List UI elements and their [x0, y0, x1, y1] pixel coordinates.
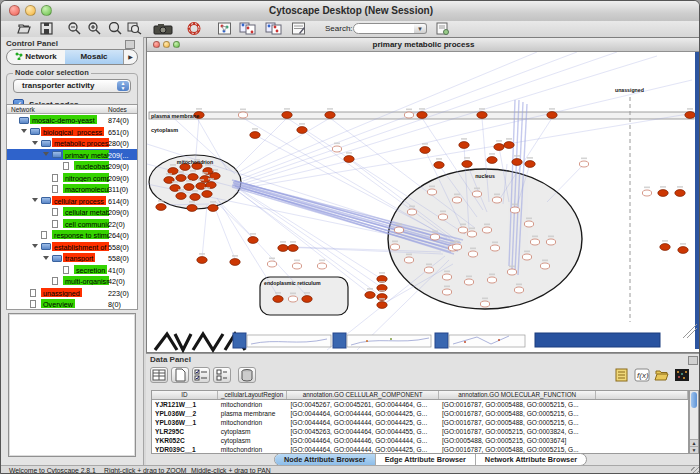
zoom-fit-icon[interactable]	[107, 22, 122, 35]
node[interactable]	[477, 112, 487, 119]
zoom-selected-icon[interactable]	[127, 22, 142, 35]
node[interactable]	[424, 267, 433, 273]
node[interactable]	[390, 244, 399, 250]
new-attribute-button[interactable]	[171, 367, 189, 383]
node[interactable]	[273, 296, 283, 303]
node[interactable]	[494, 144, 504, 151]
tab-network-attribute-browser[interactable]: Network Attribute Browser	[476, 454, 586, 465]
edit-form-icon[interactable]	[291, 22, 306, 35]
node[interactable]	[427, 189, 436, 195]
tree-expander-icon[interactable]	[32, 198, 38, 202]
unselect-all-attributes-button[interactable]	[213, 367, 231, 383]
node[interactable]	[514, 287, 523, 293]
view-zoom-icon[interactable]	[173, 41, 180, 48]
tree-expander-icon[interactable]	[21, 129, 27, 133]
node[interactable]	[317, 263, 326, 269]
help-icon[interactable]	[187, 22, 202, 35]
node[interactable]	[420, 147, 430, 154]
node[interactable]	[579, 161, 588, 167]
node[interactable]	[190, 194, 200, 201]
float-panel-icon[interactable]	[125, 40, 135, 49]
column-header[interactable]: annotation.GO MOLECULAR_FUNCTION	[439, 391, 596, 399]
node[interactable]	[540, 263, 549, 269]
network-canvas[interactable]: plasma membrane cytoplasm mitochondrion …	[147, 52, 700, 354]
node[interactable]	[394, 227, 403, 233]
search-input[interactable]	[353, 23, 415, 34]
select-attributes-button[interactable]	[150, 367, 168, 383]
node[interactable]	[278, 245, 288, 252]
node[interactable]	[482, 227, 491, 233]
node[interactable]	[404, 257, 413, 263]
node[interactable]	[184, 184, 194, 191]
node[interactable]	[267, 261, 276, 267]
node[interactable]	[468, 251, 477, 257]
tree-row[interactable]: secretion41(0)	[7, 264, 137, 276]
scrollbar-thumb[interactable]	[691, 392, 697, 408]
view-minimize-icon[interactable]	[163, 41, 170, 48]
birds-eye-view[interactable]	[8, 313, 136, 457]
tree-row[interactable]: response to stimulu264(0)	[7, 229, 137, 241]
tab-mosaic[interactable]: Mosaic	[65, 50, 123, 64]
column-header[interactable]: ID	[152, 391, 218, 399]
node[interactable]	[297, 127, 307, 134]
tree-expander-icon[interactable]	[43, 152, 49, 156]
node[interactable]	[282, 112, 292, 119]
tab-edge-attribute-browser[interactable]: Edge Attribute Browser	[376, 454, 476, 465]
node[interactable]	[675, 190, 685, 197]
node[interactable]	[452, 244, 461, 250]
annotate-icon[interactable]	[435, 22, 450, 35]
node[interactable]	[288, 296, 297, 302]
node[interactable]	[417, 112, 427, 119]
view-close-icon[interactable]	[153, 41, 160, 48]
column-header[interactable]: annotation.GO CELLULAR_COMPONENT	[287, 391, 438, 399]
attribute-table-header[interactable]: ID_cellularLayoutRegionannotation.GO CEL…	[152, 391, 688, 400]
table-row[interactable]: YPL036W__2plasma membrane[GO:0044464, GO…	[152, 409, 688, 418]
network-overlay-a-icon[interactable]	[239, 22, 257, 35]
tab-scroll-right-icon[interactable]: ▶	[123, 50, 137, 64]
node[interactable]	[438, 214, 447, 220]
tree-row[interactable]: metabolic process280(0)	[7, 137, 137, 149]
tree-expander-icon[interactable]	[43, 256, 49, 260]
table-scrollbar[interactable]: ▲ ▼	[689, 390, 699, 454]
node[interactable]	[660, 244, 670, 251]
edge[interactable]	[547, 164, 584, 202]
node[interactable]	[434, 162, 444, 169]
tree-row[interactable]: nucleobase-209(0)	[7, 160, 137, 172]
tree-row[interactable]: primary metabo209(...	[7, 149, 137, 161]
tree-row[interactable]: Overview8(0)	[7, 298, 137, 310]
node-color-dropdown[interactable]: transporter activity ▲▼	[13, 79, 131, 93]
tree-row[interactable]: biological_process651(0)	[7, 126, 137, 138]
node[interactable]	[685, 112, 695, 119]
tree-row[interactable]: nitrogen compo209(0)	[7, 172, 137, 184]
zoom-window-icon[interactable]	[41, 5, 52, 16]
node[interactable]	[156, 204, 166, 211]
open-folder-icon[interactable]	[17, 22, 32, 35]
node[interactable]	[250, 132, 260, 139]
tree-row[interactable]: multi-organism pro42(0)	[7, 275, 137, 287]
node[interactable]	[530, 239, 539, 245]
node[interactable]	[187, 205, 197, 212]
tab-network[interactable]: Network	[7, 50, 65, 64]
node[interactable]	[458, 227, 467, 233]
minimize-window-icon[interactable]	[25, 5, 36, 16]
zoom-in-icon[interactable]	[87, 22, 102, 35]
delete-attribute-button[interactable]	[238, 367, 256, 383]
edge[interactable]	[215, 201, 253, 238]
node[interactable]	[504, 142, 514, 149]
node[interactable]	[202, 191, 212, 198]
column-header[interactable]	[596, 391, 688, 399]
select-all-attributes-button[interactable]	[192, 367, 210, 383]
scroll-up-icon[interactable]: ▲	[690, 439, 698, 446]
node[interactable]	[176, 175, 186, 182]
tree-expander-icon[interactable]	[32, 141, 38, 145]
node[interactable]	[292, 263, 301, 269]
edge[interactable]	[245, 56, 657, 183]
node[interactable]	[176, 193, 186, 200]
node[interactable]	[480, 301, 489, 307]
node[interactable]	[442, 274, 451, 280]
node[interactable]	[512, 159, 522, 166]
function-builder-icon[interactable]: f(x)	[634, 368, 650, 382]
edge[interactable]	[213, 203, 235, 259]
node[interactable]	[510, 207, 519, 213]
import-attributes-icon[interactable]	[654, 368, 670, 382]
